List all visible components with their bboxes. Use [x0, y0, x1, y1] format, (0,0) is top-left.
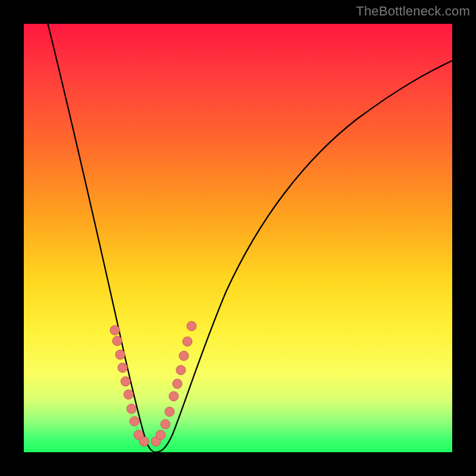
svg-point-0 — [110, 325, 120, 335]
svg-point-3 — [118, 363, 127, 372]
svg-point-5 — [124, 390, 133, 399]
svg-point-7 — [130, 416, 139, 426]
svg-point-11 — [156, 430, 165, 440]
chart-stage: TheBottleneck.com — [0, 0, 476, 476]
svg-point-6 — [127, 404, 136, 414]
svg-point-15 — [173, 379, 182, 389]
svg-point-17 — [179, 351, 189, 361]
svg-point-19 — [187, 321, 196, 331]
svg-point-16 — [176, 365, 186, 375]
curve-layer — [24, 24, 452, 452]
left-branch-curve — [46, 18, 156, 452]
right-branch-curve — [156, 57, 461, 452]
dots-right-cluster — [151, 321, 196, 446]
svg-point-1 — [112, 336, 122, 346]
svg-point-2 — [115, 350, 125, 359]
svg-point-9 — [139, 437, 149, 446]
svg-point-18 — [183, 337, 192, 346]
svg-point-4 — [121, 377, 130, 386]
watermark-text: TheBottleneck.com — [356, 4, 470, 19]
svg-point-13 — [165, 407, 174, 416]
svg-point-12 — [161, 419, 170, 429]
svg-point-14 — [169, 392, 178, 401]
